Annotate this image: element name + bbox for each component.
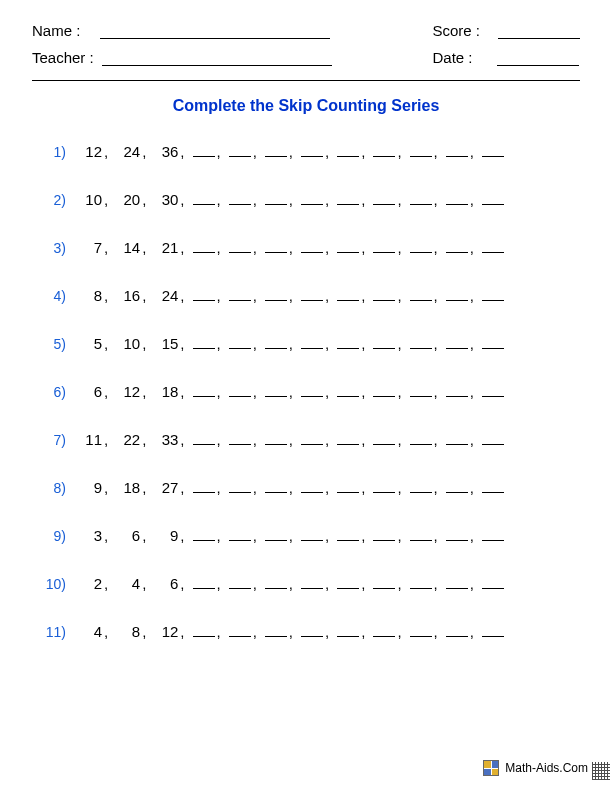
answer-blank[interactable] [482,337,504,349]
answer-blank[interactable] [482,193,504,205]
answer-blank[interactable] [193,433,215,445]
date-input-line[interactable] [497,50,579,66]
answer-blank[interactable] [446,625,468,637]
name-input-line[interactable] [100,23,330,39]
answer-blank[interactable] [265,577,287,589]
answer-blank[interactable] [193,241,215,253]
answer-blank[interactable] [301,577,323,589]
answer-blank[interactable] [229,289,251,301]
answer-blank[interactable] [229,481,251,493]
answer-blank[interactable] [301,289,323,301]
answer-blank[interactable] [265,481,287,493]
answer-blank[interactable] [337,241,359,253]
answer-blank[interactable] [373,577,395,589]
answer-blank[interactable] [265,145,287,157]
answer-blank[interactable] [482,289,504,301]
answer-blank[interactable] [193,577,215,589]
answer-blank[interactable] [337,433,359,445]
answer-blank[interactable] [337,193,359,205]
answer-blank[interactable] [410,289,432,301]
answer-blank[interactable] [410,481,432,493]
answer-blank[interactable] [193,481,215,493]
answer-blank[interactable] [193,289,215,301]
answer-blank[interactable] [301,337,323,349]
answer-blank[interactable] [373,385,395,397]
answer-blank[interactable] [193,337,215,349]
answer-blank[interactable] [301,241,323,253]
answer-blank[interactable] [373,433,395,445]
answer-blank[interactable] [410,529,432,541]
answer-blank[interactable] [301,433,323,445]
answer-blank[interactable] [446,481,468,493]
answer-blank[interactable] [193,145,215,157]
answer-blank[interactable] [337,481,359,493]
teacher-input-line[interactable] [102,50,332,66]
answer-blank[interactable] [265,625,287,637]
answer-blank[interactable] [229,193,251,205]
answer-blank[interactable] [337,385,359,397]
answer-blank[interactable] [301,385,323,397]
answer-blank[interactable] [265,433,287,445]
answer-blank[interactable] [410,385,432,397]
answer-blank[interactable] [446,385,468,397]
answer-blank[interactable] [301,625,323,637]
answer-blank[interactable] [482,433,504,445]
answer-blank[interactable] [265,289,287,301]
answer-blank[interactable] [373,241,395,253]
answer-blank[interactable] [265,241,287,253]
answer-blank[interactable] [229,433,251,445]
answer-blank[interactable] [193,385,215,397]
answer-blank[interactable] [446,241,468,253]
answer-blank[interactable] [229,385,251,397]
answer-blank[interactable] [337,625,359,637]
answer-blank[interactable] [373,529,395,541]
answer-blank[interactable] [229,625,251,637]
answer-blank[interactable] [265,193,287,205]
answer-blank[interactable] [229,577,251,589]
answer-blank[interactable] [301,193,323,205]
answer-blank[interactable] [410,193,432,205]
answer-blank[interactable] [337,145,359,157]
answer-blank[interactable] [193,193,215,205]
answer-blank[interactable] [446,433,468,445]
answer-blank[interactable] [337,577,359,589]
answer-blank[interactable] [446,193,468,205]
answer-blank[interactable] [301,481,323,493]
answer-blank[interactable] [373,193,395,205]
answer-blank[interactable] [373,625,395,637]
answer-blank[interactable] [265,385,287,397]
answer-blank[interactable] [410,337,432,349]
answer-blank[interactable] [337,529,359,541]
answer-blank[interactable] [229,145,251,157]
answer-blank[interactable] [482,577,504,589]
answer-blank[interactable] [373,289,395,301]
answer-blank[interactable] [446,289,468,301]
answer-blank[interactable] [410,145,432,157]
answer-blank[interactable] [301,529,323,541]
answer-blank[interactable] [410,241,432,253]
answer-blank[interactable] [410,625,432,637]
answer-blank[interactable] [446,145,468,157]
answer-blank[interactable] [229,337,251,349]
answer-blank[interactable] [373,337,395,349]
answer-blank[interactable] [229,241,251,253]
answer-blank[interactable] [446,337,468,349]
answer-blank[interactable] [410,577,432,589]
answer-blank[interactable] [337,337,359,349]
answer-blank[interactable] [482,145,504,157]
answer-blank[interactable] [301,145,323,157]
answer-blank[interactable] [193,529,215,541]
answer-blank[interactable] [265,337,287,349]
answer-blank[interactable] [482,625,504,637]
answer-blank[interactable] [373,145,395,157]
score-input-line[interactable] [498,23,580,39]
answer-blank[interactable] [446,577,468,589]
answer-blank[interactable] [482,385,504,397]
answer-blank[interactable] [410,433,432,445]
answer-blank[interactable] [373,481,395,493]
answer-blank[interactable] [265,529,287,541]
answer-blank[interactable] [482,481,504,493]
answer-blank[interactable] [482,529,504,541]
answer-blank[interactable] [482,241,504,253]
answer-blank[interactable] [193,625,215,637]
